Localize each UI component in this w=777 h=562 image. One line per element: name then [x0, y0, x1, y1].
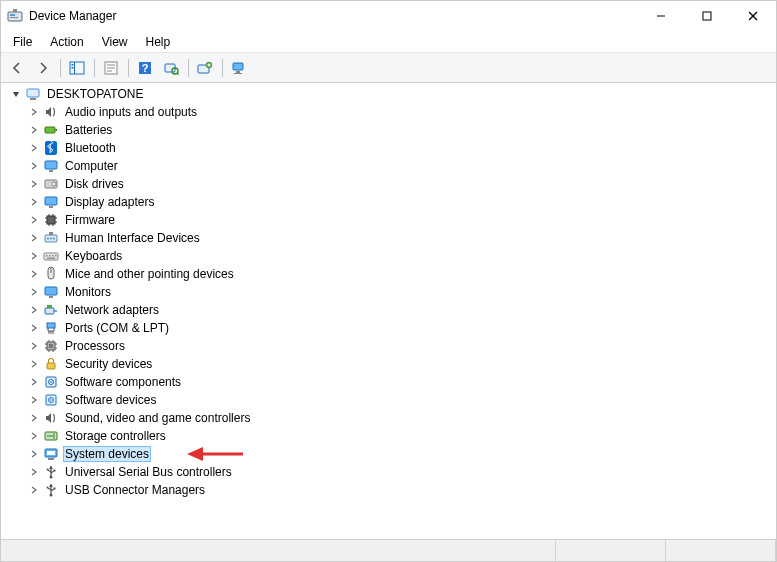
- tree-item-processors[interactable]: Processors: [25, 337, 776, 355]
- minimize-button[interactable]: [638, 1, 684, 31]
- tree-item-disk[interactable]: Disk drives: [25, 175, 776, 193]
- tree-item-computer[interactable]: Computer: [25, 157, 776, 175]
- chevron-right-icon[interactable]: [27, 159, 41, 173]
- chevron-right-icon[interactable]: [27, 321, 41, 335]
- chevron-right-icon[interactable]: [27, 465, 41, 479]
- tree-item-label: Universal Serial Bus controllers: [63, 465, 234, 479]
- svg-point-85: [50, 399, 52, 401]
- show-hide-tree-button[interactable]: [65, 56, 89, 80]
- help-button[interactable]: ?: [133, 56, 157, 80]
- svg-rect-100: [54, 470, 56, 472]
- mouse-icon: [43, 266, 59, 282]
- svg-rect-33: [45, 161, 57, 169]
- tree-item-audio[interactable]: Audio inputs and outputs: [25, 103, 776, 121]
- add-legacy-button[interactable]: [193, 56, 217, 80]
- tree-item-system[interactable]: System devices: [25, 445, 776, 463]
- svg-rect-5: [703, 12, 711, 20]
- svg-rect-106: [54, 488, 56, 490]
- chevron-right-icon[interactable]: [27, 483, 41, 497]
- chevron-right-icon[interactable]: [27, 357, 41, 371]
- tree-item-hid[interactable]: Human Interface Devices: [25, 229, 776, 247]
- chevron-right-icon[interactable]: [27, 213, 41, 227]
- chevron-right-icon[interactable]: [27, 231, 41, 245]
- chevron-right-icon[interactable]: [27, 141, 41, 155]
- back-button[interactable]: [5, 56, 29, 80]
- chevron-right-icon[interactable]: [27, 339, 41, 353]
- svg-point-104: [47, 487, 49, 489]
- chevron-right-icon[interactable]: [27, 411, 41, 425]
- scan-hardware-button[interactable]: [159, 56, 183, 80]
- close-button[interactable]: [730, 1, 776, 31]
- tree-item-bluetooth[interactable]: Bluetooth: [25, 139, 776, 157]
- component-icon: [43, 374, 59, 390]
- svg-rect-57: [55, 255, 57, 257]
- menu-help[interactable]: Help: [138, 33, 179, 51]
- battery-icon: [43, 122, 59, 138]
- tree-item-label: Keyboards: [63, 249, 124, 263]
- maximize-button[interactable]: [684, 1, 730, 31]
- chevron-right-icon[interactable]: [27, 393, 41, 407]
- tree-item-batteries[interactable]: Batteries: [25, 121, 776, 139]
- usb-icon: [43, 464, 59, 480]
- chevron-right-icon[interactable]: [27, 303, 41, 317]
- chevron-right-icon[interactable]: [27, 429, 41, 443]
- tree-item-label: Software components: [63, 375, 183, 389]
- app-icon: [7, 8, 23, 24]
- tree-item-usbconn[interactable]: USB Connector Managers: [25, 481, 776, 499]
- monitor-icon: [43, 284, 59, 300]
- tree-item-ports[interactable]: Ports (COM & LPT): [25, 319, 776, 337]
- menu-action[interactable]: Action: [42, 33, 91, 51]
- tree-item-swdev[interactable]: Software devices: [25, 391, 776, 409]
- tree-item-keyboards[interactable]: Keyboards: [25, 247, 776, 265]
- svg-rect-92: [48, 458, 54, 460]
- devices-printers-button[interactable]: [227, 56, 251, 80]
- tree-item-monitors[interactable]: Monitors: [25, 283, 776, 301]
- chevron-right-icon[interactable]: [27, 375, 41, 389]
- toolbar-separator: [91, 56, 97, 80]
- svg-rect-2: [10, 17, 18, 18]
- tree-item-security[interactable]: Security devices: [25, 355, 776, 373]
- svg-rect-28: [27, 89, 39, 97]
- chevron-right-icon[interactable]: [27, 105, 41, 119]
- keyboard-icon: [43, 248, 59, 264]
- chevron-right-icon[interactable]: [27, 249, 41, 263]
- chevron-right-icon[interactable]: [27, 285, 41, 299]
- svg-point-82: [50, 381, 52, 383]
- tree-item-sound[interactable]: Sound, video and game controllers: [25, 409, 776, 427]
- tree-item-swcomp[interactable]: Software components: [25, 373, 776, 391]
- forward-button[interactable]: [31, 56, 55, 80]
- svg-rect-62: [45, 308, 54, 314]
- tree-item-display[interactable]: Display adapters: [25, 193, 776, 211]
- cpu-icon: [43, 338, 59, 354]
- tree-root-node[interactable]: DESKTOPATONE: [7, 85, 776, 103]
- tree-item-usb[interactable]: Universal Serial Bus controllers: [25, 463, 776, 481]
- device-tree[interactable]: DESKTOPATONE Audio inputs and outputsBat…: [1, 83, 776, 539]
- svg-rect-37: [45, 197, 57, 205]
- chevron-right-icon[interactable]: [27, 123, 41, 137]
- chevron-right-icon[interactable]: [27, 195, 41, 209]
- menu-file[interactable]: File: [5, 33, 40, 51]
- svg-point-89: [53, 437, 55, 439]
- menu-view[interactable]: View: [94, 33, 136, 51]
- properties-button[interactable]: [99, 56, 123, 80]
- menu-bar: File Action View Help: [1, 31, 776, 53]
- tree-item-storage[interactable]: Storage controllers: [25, 427, 776, 445]
- tree-item-mice[interactable]: Mice and other pointing devices: [25, 265, 776, 283]
- speaker-icon: [43, 104, 59, 120]
- svg-rect-61: [49, 296, 53, 298]
- tree-item-label: Security devices: [63, 357, 154, 371]
- tree-item-firmware[interactable]: Firmware: [25, 211, 776, 229]
- svg-rect-54: [46, 255, 48, 257]
- svg-rect-34: [49, 170, 53, 172]
- tree-item-label: Software devices: [63, 393, 158, 407]
- status-cell: [666, 540, 776, 561]
- system-icon: [43, 446, 59, 462]
- svg-rect-55: [49, 255, 51, 257]
- chevron-right-icon[interactable]: [27, 267, 41, 281]
- tree-item-label: Bluetooth: [63, 141, 118, 155]
- chevron-right-icon[interactable]: [27, 447, 41, 461]
- tree-item-network[interactable]: Network adapters: [25, 301, 776, 319]
- chevron-right-icon[interactable]: [27, 177, 41, 191]
- chevron-down-icon[interactable]: [9, 87, 23, 101]
- svg-rect-0: [8, 12, 22, 21]
